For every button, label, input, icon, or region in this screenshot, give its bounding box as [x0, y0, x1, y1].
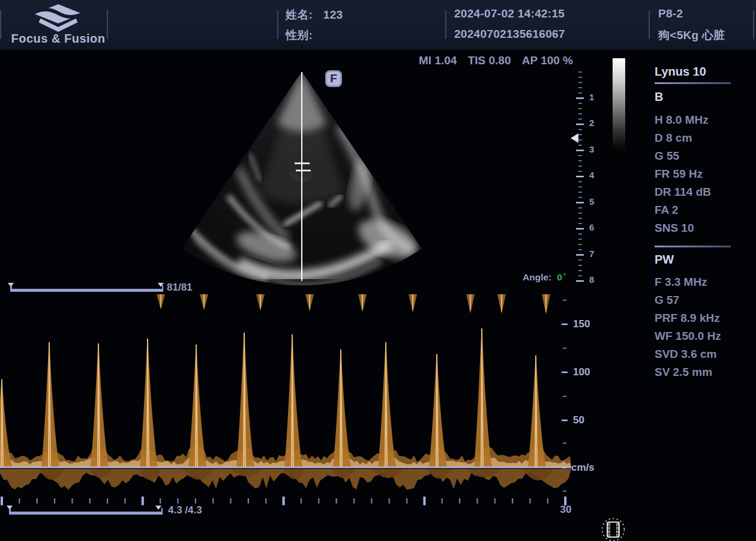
depth-tick-label: 4	[589, 170, 601, 180]
param-sv: SV 2.5 mm	[655, 363, 721, 381]
velocity-scale-ruler	[562, 293, 571, 500]
patient-name-row: 姓名: 123	[286, 7, 343, 23]
pw-section-header: PW	[655, 253, 674, 267]
sweep-progress-bar[interactable]	[9, 512, 163, 515]
bmode-params: H 8.0 MHz D 8 cm G 55 FR 59 Hz DR 114 dB…	[655, 111, 711, 237]
angle-readout: Angle:0°	[523, 272, 566, 283]
time-ruler	[0, 496, 571, 506]
depth-tick-label: 8	[589, 274, 601, 285]
panel-divider	[655, 82, 731, 84]
divider	[445, 10, 446, 39]
study-id: 20240702135616067	[454, 28, 565, 41]
angle-value: 0	[557, 272, 562, 282]
velocity-unit-label: cm/s	[571, 462, 595, 474]
sweep-time-counter: 4.3 /4.3	[168, 504, 202, 516]
cine-clip-button[interactable]	[599, 517, 627, 541]
pw-doppler-spectrum	[0, 294, 571, 498]
param-gain: G 55	[655, 147, 711, 165]
param-frequency: H 8.0 MHz	[655, 111, 711, 129]
depth-tick-label: 2	[589, 118, 601, 128]
datetime-block: 2024-07-02 14:42:15 20240702135616067	[454, 0, 640, 50]
divider	[107, 10, 108, 39]
top-bar: Focus & Fusion 姓名: 123 性别: 2024-07-02 14…	[0, 0, 756, 50]
divider	[0, 10, 1, 39]
gender-label: 性别:	[286, 29, 313, 41]
depth-tick-label: 1	[589, 92, 601, 102]
divider	[753, 10, 754, 39]
bmode-section-header: B	[655, 90, 663, 104]
pw-params: F 3.3 MHz G 57 PRF 8.9 kHz WF 150.0 Hz S…	[655, 273, 721, 381]
depth-tick-label: 3	[589, 144, 601, 154]
velocity-tick-50: 50	[573, 414, 584, 426]
grayscale-map-bar	[613, 58, 625, 153]
param-pw-frequency: F 3.3 MHz	[655, 273, 721, 291]
param-prf: PRF 8.9 kHz	[655, 309, 721, 327]
ap-value: AP 100 %	[522, 54, 573, 67]
param-dynamic-range: DR 114 dB	[655, 183, 711, 201]
preset-name: 狗<5Kg 心脏	[658, 28, 725, 43]
divider	[649, 10, 650, 39]
velocity-tick-150: 150	[573, 318, 590, 330]
param-frame-rate: FR 59 Hz	[655, 165, 711, 183]
patient-name-value: 123	[323, 8, 343, 21]
ultrasound-screen: Focus & Fusion 姓名: 123 性别: 2024-07-02 14…	[0, 0, 756, 541]
bmode-ultrasound-image	[149, 64, 456, 287]
patient-info-block: 姓名: 123 性别:	[286, 0, 442, 50]
system-name: Lynus 10	[655, 65, 706, 79]
focus-depth-arrow-icon[interactable]	[571, 133, 578, 143]
probe-block: P8-2 狗<5Kg 心脏	[658, 0, 751, 50]
divider	[277, 10, 278, 39]
angle-degree-unit: °	[563, 272, 566, 279]
depth-tick-label: 5	[589, 196, 601, 207]
angle-label: Angle:	[523, 272, 551, 282]
bmode-cine-progress-bar[interactable]	[10, 289, 163, 292]
param-svd: SVD 3.6 cm	[655, 345, 721, 363]
depth-tick-label: 6	[589, 222, 601, 232]
panel-divider	[655, 246, 731, 247]
film-strip-icon	[599, 517, 627, 541]
frame-counter: 81/81	[167, 282, 193, 294]
datetime: 2024-07-02 14:42:15	[454, 7, 565, 20]
brand-name: Focus & Fusion	[10, 32, 107, 46]
tis-value: TIS 0.80	[468, 54, 511, 67]
param-fa: FA 2	[655, 201, 711, 219]
focus-zone-badge: F	[325, 70, 342, 87]
gender-row: 性别:	[286, 28, 320, 43]
param-wall-filter: WF 150.0 Hz	[655, 327, 721, 345]
patient-name-label: 姓名:	[286, 8, 313, 21]
depth-ruler	[574, 71, 588, 285]
probe-name: P8-2	[658, 7, 683, 20]
param-sns: SNS 10	[655, 219, 711, 237]
depth-tick-label: 7	[589, 249, 601, 259]
velocity-tick-100: 100	[573, 366, 590, 378]
focus-fusion-logo-icon	[8, 1, 108, 32]
param-pw-gain: G 57	[655, 291, 721, 309]
sweep-end-marker-icon[interactable]	[155, 506, 161, 510]
time-scale-label: 30	[556, 504, 576, 516]
brand-logo: Focus & Fusion	[8, 1, 108, 49]
param-depth: D 8 cm	[655, 129, 711, 147]
